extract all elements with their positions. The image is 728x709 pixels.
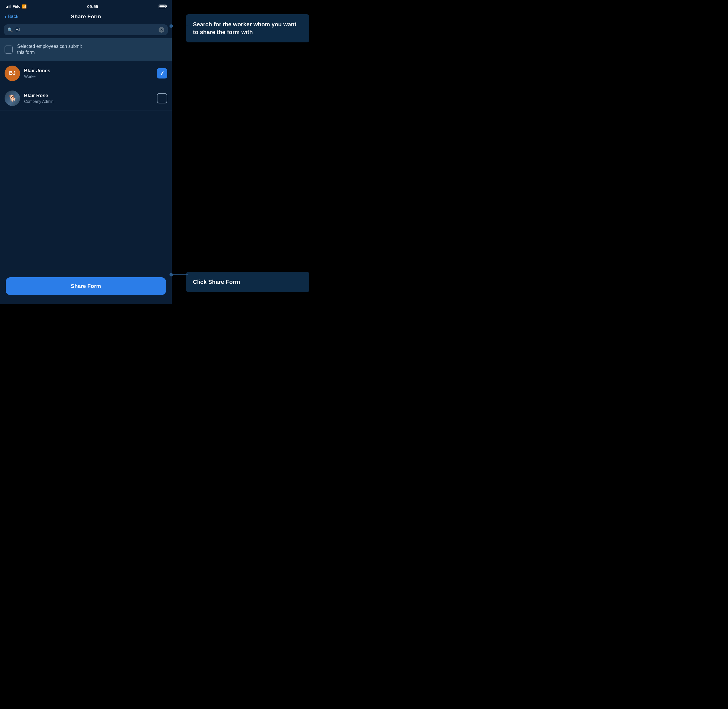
select-all-row[interactable]: Selected employees can submitthis form — [0, 38, 172, 61]
employee-info: Blair Rose Company Admin — [24, 93, 153, 104]
status-left: Fido 📶 — [6, 4, 27, 9]
employee-list: BJ Blair Jones Worker ✓ 🐕 Blair Rose Com… — [0, 61, 172, 273]
search-bar: 🔍 ✕ — [4, 24, 168, 35]
page-title: Share Form — [71, 13, 101, 20]
employee-checkbox-checked[interactable]: ✓ — [157, 68, 167, 79]
carrier-label: Fido — [13, 4, 20, 9]
share-form-button[interactable]: Share Form — [6, 277, 166, 295]
connector-line-top — [171, 26, 188, 26]
tooltip-search-text: Search for the worker whom you want to s… — [193, 21, 296, 35]
wifi-icon: 📶 — [22, 4, 27, 9]
search-icon: 🔍 — [7, 27, 13, 33]
list-item[interactable]: BJ Blair Jones Worker ✓ — [0, 61, 172, 86]
phone-panel: Fido 📶 09:55 ‹ Back Share Form 🔍 ✕ Selec… — [0, 0, 172, 303]
back-button[interactable]: ‹ Back — [4, 13, 18, 20]
tooltip-search: Search for the worker whom you want to s… — [186, 14, 309, 42]
tooltip-share-text: Click Share Form — [193, 279, 240, 285]
battery-icon — [159, 4, 166, 8]
search-input[interactable] — [16, 27, 156, 33]
employee-name: Blair Rose — [24, 93, 153, 99]
nav-bar: ‹ Back Share Form — [0, 12, 172, 23]
connector-line-bottom — [171, 274, 188, 275]
avatar: BJ — [4, 66, 20, 81]
employee-role: Company Admin — [24, 99, 153, 104]
employee-role: Worker — [24, 74, 153, 79]
clock: 09:55 — [87, 4, 98, 9]
select-all-label: Selected employees can submitthis form — [17, 44, 82, 55]
search-container: 🔍 ✕ — [0, 23, 172, 38]
status-right — [159, 4, 166, 8]
annotation-panel: Search for the worker whom you want to s… — [172, 0, 315, 303]
search-clear-button[interactable]: ✕ — [159, 27, 165, 33]
tooltip-share: Click Share Form — [186, 272, 309, 292]
status-bar: Fido 📶 09:55 — [0, 0, 172, 12]
avatar-photo: 🐕 — [4, 90, 20, 106]
back-chevron-icon: ‹ — [4, 13, 7, 20]
bottom-area: Share Form — [0, 273, 172, 303]
employee-info: Blair Jones Worker — [24, 68, 153, 79]
back-label: Back — [8, 14, 19, 19]
signal-icon — [6, 4, 11, 8]
select-all-checkbox[interactable] — [4, 45, 13, 54]
avatar: 🐕 — [4, 90, 20, 106]
employee-name: Blair Jones — [24, 68, 153, 74]
checkmark-icon: ✓ — [160, 70, 165, 77]
list-item[interactable]: 🐕 Blair Rose Company Admin — [0, 86, 172, 111]
employee-checkbox-unchecked[interactable] — [157, 93, 167, 104]
